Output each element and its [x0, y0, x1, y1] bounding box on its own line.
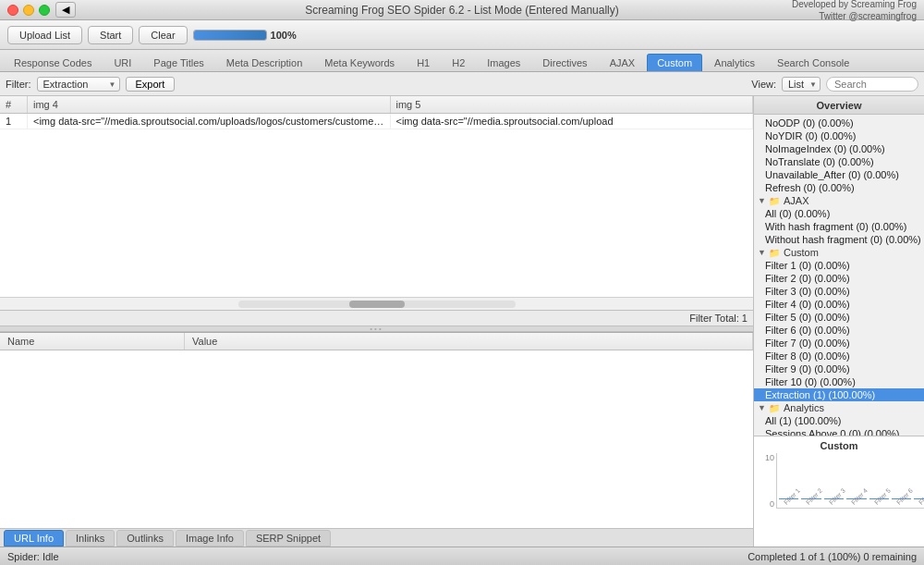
sidebar-item-unavailable-after[interactable]: Unavailable_After (0) (0.00%)	[754, 168, 924, 181]
chart-bar-label-filter-3: Filter 3	[828, 487, 846, 506]
sidebar-item-with-hash[interactable]: With hash fragment (0) (0.00%)	[754, 220, 924, 233]
sidebar-item-label-with-hash: With hash fragment (0) (0.00%)	[765, 221, 906, 232]
table-row[interactable]: 1 <img data-src="//media.sproutsocial.co…	[0, 114, 753, 129]
nav-tab-directives[interactable]: Directives	[532, 54, 597, 71]
folder-icon-ajax-group: 📁	[769, 196, 782, 206]
sidebar-item-label-sessions-above: Sessions Above 0 (0) (0.00%)	[765, 428, 900, 436]
sidebar-item-label-noimageindex: NoImageIndex (0) (0.00%)	[765, 143, 885, 154]
sidebar-item-sessions-above[interactable]: Sessions Above 0 (0) (0.00%)	[754, 427, 924, 436]
main-wrapper: # img 4 img 5 1 <img data-src="//media.s…	[0, 96, 924, 547]
maximize-button[interactable]	[39, 5, 50, 16]
filter-select[interactable]: Extraction	[37, 77, 120, 92]
table-header: # img 4 img 5	[0, 96, 753, 114]
tree-arrow-ajax-group: ▼	[758, 196, 769, 205]
chart-bar-wrapper-filter-2: Filter 2	[801, 498, 821, 508]
nav-tab-analytics[interactable]: Analytics	[704, 54, 765, 71]
left-panel: # img 4 img 5 1 <img data-src="//media.s…	[0, 96, 753, 547]
sidebar-item-extraction[interactable]: Extraction (1) (100.00%)	[754, 388, 924, 401]
tree-arrow-custom-group: ▼	[758, 248, 769, 257]
scrollbar-track[interactable]	[238, 301, 516, 308]
bottom-tab-inlinks[interactable]: Inlinks	[66, 530, 115, 547]
sidebar-item-filter10[interactable]: Filter 10 (0) (0.00%)	[754, 375, 924, 388]
title-bar: ◀ Screaming Frog SEO Spider 6.2 - List M…	[0, 0, 924, 20]
bottom-table: Name Value	[0, 333, 753, 528]
sidebar-item-label-analytics-all: All (1) (100.00%)	[765, 415, 842, 426]
table-scroll-hint	[0, 297, 753, 310]
chart-bar-label-filter-1: Filter 1	[783, 487, 801, 506]
bottom-tab-url-info[interactable]: URL Info	[4, 530, 64, 547]
sidebar-item-label-noodp: NoODP (0) (0.00%)	[765, 117, 854, 129]
nav-tab-h2[interactable]: H2	[442, 54, 475, 71]
sidebar-item-custom-group[interactable]: ▼ 📁Custom	[754, 246, 924, 259]
sidebar-item-analytics-all[interactable]: All (1) (100.00%)	[754, 414, 924, 427]
sidebar-item-ajax-all[interactable]: All (0) (0.00%)	[754, 207, 924, 220]
sidebar-item-filter4[interactable]: Filter 4 (0) (0.00%)	[754, 298, 924, 311]
export-button[interactable]: Export	[126, 77, 176, 92]
minimize-button[interactable]	[23, 5, 34, 16]
sidebar-item-without-hash[interactable]: Without hash fragment (0) (0.00%)	[754, 233, 924, 246]
sidebar-item-ajax-group[interactable]: ▼ 📁AJAX	[754, 194, 924, 207]
bottom-panel: Name Value URL InfoInlinksOutlinksImage …	[0, 332, 753, 547]
sidebar-item-label-refresh: Refresh (0) (0.00%)	[765, 182, 855, 193]
nav-tab-meta-description[interactable]: Meta Description	[216, 54, 313, 71]
sidebar-item-label-unavailable-after: Unavailable_After (0) (0.00%)	[765, 169, 899, 180]
sidebar-item-label-analytics-group: Analytics	[784, 402, 824, 413]
bottom-tab-serp-snippet[interactable]: SERP Snippet	[246, 530, 331, 547]
search-input[interactable]	[826, 77, 918, 92]
bottom-tab-image-info[interactable]: Image Info	[176, 530, 244, 547]
bottom-tab-outlinks[interactable]: Outlinks	[116, 530, 174, 547]
sidebar: Overview NoODP (0) (0.00%)NoYDIR (0) (0.…	[753, 96, 924, 547]
sidebar-item-label-ajax-all: All (0) (0.00%)	[765, 208, 830, 219]
sidebar-item-filter8[interactable]: Filter 8 (0) (0.00%)	[754, 350, 924, 362]
back-button[interactable]: ◀	[55, 2, 76, 18]
chart-bar-label-filter-4: Filter 4	[850, 487, 869, 506]
sidebar-item-notranslate[interactable]: NoTranslate (0) (0.00%)	[754, 155, 924, 168]
filter-select-wrapper: Extraction	[37, 77, 120, 92]
nav-tab-images[interactable]: Images	[477, 54, 530, 71]
sidebar-item-analytics-group[interactable]: ▼ 📁Analytics	[754, 401, 924, 414]
view-select[interactable]: List	[782, 77, 821, 92]
sidebar-item-label-filter3: Filter 3 (0) (0.00%)	[765, 286, 850, 297]
table-cell-num: 1	[0, 114, 28, 129]
sidebar-item-filter1[interactable]: Filter 1 (0) (0.00%)	[754, 259, 924, 272]
chart-bar-wrapper-filter-6: Filter 6	[892, 498, 911, 508]
sidebar-item-label-ajax-group: AJAX	[784, 195, 809, 206]
bottom-tabs: URL InfoInlinksOutlinksImage InfoSERP Sn…	[0, 528, 753, 547]
clear-button[interactable]: Clear	[139, 26, 187, 44]
sidebar-item-filter3[interactable]: Filter 3 (0) (0.00%)	[754, 285, 924, 298]
sidebar-item-label-notranslate: NoTranslate (0) (0.00%)	[765, 156, 874, 167]
sidebar-item-filter6[interactable]: Filter 6 (0) (0.00%)	[754, 324, 924, 337]
sidebar-item-noodp[interactable]: NoODP (0) (0.00%)	[754, 117, 924, 129]
nav-tab-custom[interactable]: Custom	[647, 54, 702, 71]
scrollbar-thumb[interactable]	[349, 301, 405, 308]
chart-bars: Filter 1Filter 2Filter 3Filter 4Filter 5…	[776, 453, 924, 509]
sidebar-item-label-filter9: Filter 9 (0) (0.00%)	[765, 363, 850, 375]
sidebar-item-filter9[interactable]: Filter 9 (0) (0.00%)	[754, 362, 924, 375]
sidebar-item-filter2[interactable]: Filter 2 (0) (0.00%)	[754, 272, 924, 285]
nav-tab-h1[interactable]: H1	[407, 54, 440, 71]
close-button[interactable]	[7, 5, 18, 16]
nav-tab-search-console[interactable]: Search Console	[767, 54, 859, 71]
sidebar-item-refresh[interactable]: Refresh (0) (0.00%)	[754, 181, 924, 194]
start-button[interactable]: Start	[88, 26, 133, 44]
nav-tab-page-titles[interactable]: Page Titles	[143, 54, 213, 71]
sidebar-item-noydir[interactable]: NoYDIR (0) (0.00%)	[754, 129, 924, 142]
nav-tab-uri[interactable]: URI	[103, 54, 141, 71]
sidebar-item-label-filter5: Filter 5 (0) (0.00%)	[765, 312, 850, 323]
chart-bar-wrapper-filter-3: Filter 3	[824, 498, 844, 508]
col-img4-header: img 4	[28, 96, 391, 113]
nav-tab-meta-keywords[interactable]: Meta Keywords	[314, 54, 405, 71]
sidebar-item-filter5[interactable]: Filter 5 (0) (0.00%)	[754, 311, 924, 324]
progress-bar-fill	[194, 31, 266, 40]
sidebar-header: Overview	[754, 96, 924, 115]
sidebar-item-noimageindex[interactable]: NoImageIndex (0) (0.00%)	[754, 142, 924, 155]
chart-y-axis: 10 0	[758, 453, 774, 509]
progress-bar	[193, 30, 267, 41]
sidebar-item-filter7[interactable]: Filter 7 (0) (0.00%)	[754, 337, 924, 350]
upload-list-button[interactable]: Upload List	[7, 26, 82, 44]
split-content: # img 4 img 5 1 <img data-src="//media.s…	[0, 96, 924, 547]
sidebar-chart: Custom 10 0 Filter 1Filter 2Filter 3Filt…	[754, 436, 924, 547]
nav-tab-ajax[interactable]: AJAX	[600, 54, 646, 71]
sidebar-item-label-filter10: Filter 10 (0) (0.00%)	[765, 376, 856, 387]
nav-tab-response-codes[interactable]: Response Codes	[4, 54, 102, 71]
